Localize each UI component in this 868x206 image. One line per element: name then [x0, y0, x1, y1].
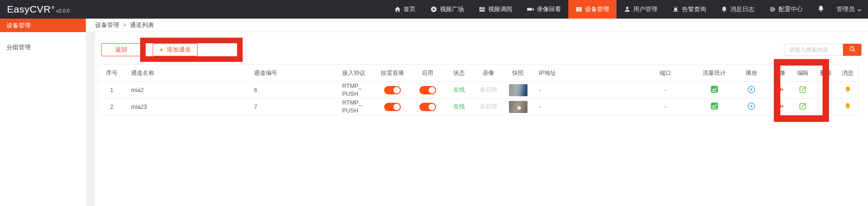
cell-protocol: RTMP_PUSH [342, 82, 365, 98]
nav-item-message-log[interactable]: 消息日志 [714, 0, 762, 19]
breadcrumb-separator: > [123, 22, 126, 28]
chevron-down-icon [857, 6, 862, 13]
cell-port: - [638, 99, 694, 115]
bell-icon [817, 5, 824, 14]
notification-bell[interactable] [810, 0, 832, 19]
bell-icon [721, 6, 727, 13]
snapshot-thumbnail[interactable] [509, 101, 527, 113]
col-header-edit: 编辑 [792, 65, 814, 82]
nav-item-home[interactable]: 首页 [387, 0, 423, 19]
nav-item-video-review[interactable]: 视频调阅 [471, 0, 520, 19]
gear-icon [769, 6, 776, 13]
col-header-protocol: 接入协议 [337, 65, 374, 82]
cell-channel-number: 7 [249, 99, 337, 115]
enable-toggle[interactable] [419, 103, 436, 111]
nav-item-record-playback[interactable]: 录像回看 [520, 0, 568, 19]
enable-toggle[interactable] [419, 86, 436, 94]
traffic-stats-icon[interactable] [711, 102, 718, 111]
nav-item-config-center[interactable]: 配置中心 [762, 0, 810, 19]
main-content: 返回 + 添加通道 [95, 32, 868, 206]
back-button[interactable]: 返回 [101, 43, 141, 56]
on-demand-toggle[interactable] [384, 86, 401, 94]
user-menu-label: 管理员 [836, 5, 855, 13]
edit-icon[interactable] [799, 86, 807, 94]
cell-channel-name: mia23 [126, 99, 249, 115]
plus-icon: + [160, 46, 164, 53]
search-input[interactable] [784, 44, 843, 56]
nav-item-video-square[interactable]: 视频广场 [423, 0, 471, 19]
col-header-play: 播放 [735, 65, 768, 82]
col-header-recording: 录像 [474, 65, 503, 82]
col-header-channel-name: 通道名称 [126, 65, 249, 82]
top-nav: 首页 视频广场 视频调阅 录像回看 [387, 0, 868, 19]
message-bell-icon[interactable] [844, 86, 851, 94]
device-grid-icon [576, 6, 582, 13]
sidebar-item-group-management[interactable]: 分组管理 [0, 41, 86, 54]
nav-item-device-management[interactable]: 设备管理 [568, 0, 617, 19]
delete-icon[interactable] [822, 86, 829, 94]
brand-logo: EasyCVR ® v2.0.0 [0, 4, 70, 15]
add-channel-button[interactable]: + 添加通道 [153, 43, 198, 56]
record-camera-icon[interactable] [776, 103, 784, 111]
breadcrumb: 设备管理 > 通道列表 [86, 19, 868, 32]
video-wall-icon [479, 6, 485, 13]
sidebar: 设备管理 分组管理 [0, 19, 86, 206]
snapshot-thumbnail[interactable] [509, 84, 527, 96]
recording-status: 未启用 [480, 103, 497, 110]
app-root: EasyCVR ® v2.0.0 首页 视频广场 视频调阅 [0, 0, 868, 206]
col-header-serial: 序号 [98, 65, 126, 82]
cell-serial: 1 [98, 82, 126, 99]
table-row: 2 mia23 7 RTMP_PUSH 在线 未启用 - - [98, 99, 859, 115]
camcorder-icon [527, 6, 534, 13]
col-header-traffic-stats: 流量统计 [694, 65, 735, 82]
brand-version: v2.0.0 [56, 8, 70, 13]
col-header-record: 录像 [768, 65, 792, 82]
delete-icon[interactable] [822, 102, 829, 111]
registered-mark: ® [51, 6, 55, 10]
play-circle-icon [431, 6, 437, 13]
cell-protocol: RTMP_PUSH [342, 99, 365, 114]
nav-item-alarm-query[interactable]: 告警查询 [665, 0, 714, 19]
cell-ip: - [534, 99, 638, 115]
status-badge: 在线 [453, 103, 465, 110]
home-icon [394, 6, 401, 13]
message-bell-icon[interactable] [844, 102, 851, 111]
magnifier-icon [849, 46, 856, 54]
cell-port: - [638, 82, 694, 99]
record-camera-icon[interactable] [776, 86, 784, 94]
cell-channel-name: mia2 [126, 82, 249, 99]
col-header-message: 消息 [837, 65, 859, 82]
play-icon[interactable] [747, 86, 755, 95]
cell-serial: 2 [98, 99, 126, 115]
play-icon[interactable] [747, 102, 755, 112]
brand-name: EasyCVR [7, 4, 51, 15]
breadcrumb-channel-list: 通道列表 [130, 21, 154, 29]
sidebar-item-device-management[interactable]: 设备管理 [0, 19, 86, 32]
channel-table: 序号 通道名称 通道编号 接入协议 按需直播 启用 状态 录像 快照 IP地址 … [97, 64, 858, 115]
nav-item-user-management[interactable]: 用户管理 [617, 0, 665, 19]
traffic-stats-icon[interactable] [711, 86, 718, 94]
recording-status: 未启用 [480, 86, 497, 93]
col-header-snapshot: 快照 [503, 65, 534, 82]
table-row: 1 mia2 6 RTMP_PUSH 在线 未启用 - - [98, 82, 859, 99]
col-header-on-demand: 按需直播 [374, 65, 411, 82]
col-header-port: 端口 [638, 65, 694, 82]
cell-ip: - [534, 82, 638, 99]
on-demand-toggle[interactable] [384, 103, 401, 111]
cell-channel-number: 6 [249, 82, 337, 99]
status-badge: 在线 [453, 86, 465, 93]
col-header-enable: 启用 [411, 65, 444, 82]
search-button[interactable] [843, 44, 862, 56]
table-header-row: 序号 通道名称 通道编号 接入协议 按需直播 启用 状态 录像 快照 IP地址 … [98, 65, 859, 82]
col-header-status: 状态 [444, 65, 474, 82]
user-menu[interactable]: 管理员 [832, 0, 868, 19]
col-header-delete: 删除 [814, 65, 837, 82]
main-area: 返回 + 添加通道 [86, 32, 868, 206]
top-navbar: EasyCVR ® v2.0.0 首页 视频广场 视频调阅 [0, 0, 868, 19]
col-header-channel-number: 通道编号 [249, 65, 337, 82]
search-group [784, 44, 862, 56]
col-header-ip: IP地址 [534, 65, 638, 82]
user-icon [624, 6, 630, 13]
breadcrumb-device-management[interactable]: 设备管理 [95, 21, 119, 29]
edit-icon[interactable] [799, 102, 807, 111]
